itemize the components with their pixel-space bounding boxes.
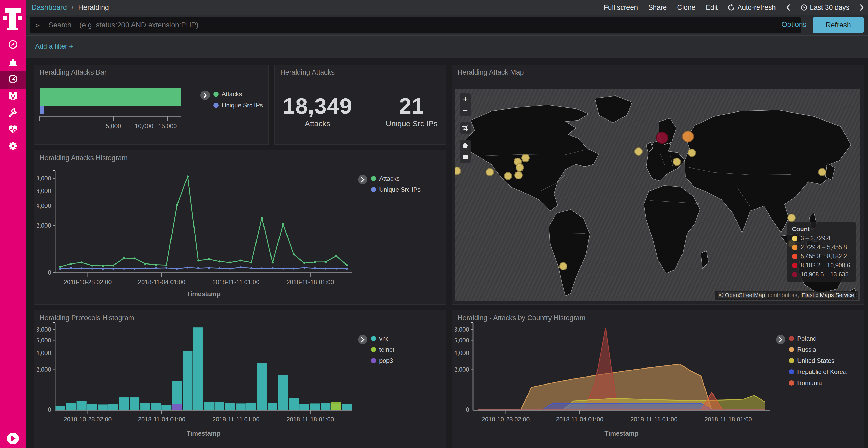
legend-toggle[interactable] [358, 335, 367, 344]
map-legend-item: 10,908.6 – 13,635 [792, 271, 850, 278]
sidebar-item-devtools[interactable] [0, 108, 26, 118]
t-mobile-logo[interactable] [4, 8, 22, 29]
time-range-next-button[interactable] [860, 4, 864, 11]
sidebar-item-monitoring[interactable] [0, 124, 26, 135]
svg-text:Timestamp: Timestamp [187, 290, 221, 298]
svg-text:0: 0 [48, 407, 51, 413]
map-point [521, 154, 530, 162]
legend-item[interactable]: Unique Src IPs [371, 186, 421, 193]
svg-text:2018-11-11 01:00: 2018-11-11 01:00 [212, 279, 259, 285]
legend-label: Unique Src IPs [222, 102, 263, 109]
legend-item[interactable]: Poland [789, 335, 846, 342]
legend-item[interactable]: Republic of Korea [789, 368, 846, 376]
country-histogram-chart: 02,0004,0006,0008,0002018-10-28 02:00201… [455, 318, 775, 448]
time-range-prev-button[interactable] [786, 4, 790, 11]
chevron-right-icon [361, 177, 365, 182]
legend-toggle[interactable] [200, 91, 210, 100]
clone-button[interactable]: Clone [677, 4, 695, 12]
map-legend-label: 5,455.8 – 8,182.2 [801, 253, 847, 260]
chevron-right-icon [203, 92, 208, 98]
legend-item[interactable]: Romania [789, 379, 846, 387]
country-histogram-legend: PolandRussiaUnited StatesRepublic of Kor… [776, 335, 846, 387]
map-legend-label: 8,182.2 – 10,908.6 [801, 262, 850, 269]
svg-text:8,000: 8,000 [37, 326, 51, 333]
legend-item[interactable]: pop3 [371, 357, 395, 365]
edit-button[interactable]: Edit [706, 4, 718, 12]
rectangle-icon [462, 154, 468, 160]
sidebar-item-visualize[interactable] [0, 57, 26, 67]
add-filter-link[interactable]: Add a filter + [35, 42, 73, 50]
svg-text:4,000: 4,000 [455, 350, 469, 356]
map-legend-dot [792, 236, 798, 241]
draw-polygon-button[interactable] [460, 140, 471, 151]
legend-toggle[interactable] [358, 175, 367, 184]
crop-fit-button[interactable] [460, 122, 471, 134]
play-icon [11, 436, 16, 441]
search-box: >_ [30, 17, 801, 33]
svg-text:2,000: 2,000 [455, 366, 469, 373]
time-range-button[interactable]: Last 30 days [801, 4, 849, 12]
chevron-right-icon [860, 4, 864, 11]
svg-text:0: 0 [48, 269, 51, 276]
full-screen-button[interactable]: Full screen [604, 4, 638, 12]
panel-attacks-histogram: Heralding Attacks Histogram 02,0004,0006… [34, 150, 446, 305]
map-point [787, 214, 796, 222]
sidebar-item-dashboard[interactable] [0, 74, 26, 84]
svg-text:4,000: 4,000 [37, 203, 51, 209]
map-legend-item: 8,182.2 – 10,908.6 [792, 262, 850, 269]
legend-label: vnc [379, 335, 389, 342]
svg-text:4,000: 4,000 [37, 350, 51, 356]
legend-item[interactable]: United States [789, 357, 846, 365]
map-point [486, 168, 494, 176]
legend-item[interactable]: Attacks [213, 91, 263, 98]
gauge-icon [8, 74, 18, 84]
osm-attribution-link[interactable]: © OpenStreetMap [718, 292, 766, 298]
share-button[interactable]: Share [648, 4, 667, 12]
svg-text:6,000: 6,000 [37, 337, 51, 344]
breadcrumb-dashboard-link[interactable]: Dashboard [32, 3, 67, 11]
map-legend-item: 2,729.4 – 5,455.8 [792, 244, 850, 251]
map-point [818, 168, 827, 176]
draw-rectangle-button[interactable] [460, 151, 471, 163]
legend-item[interactable]: vnc [371, 335, 395, 342]
kibana-dashboard: Dashboard / Heralding Full screen Share … [0, 0, 868, 448]
legend-color-dot [213, 92, 219, 97]
attacks-bar-legend: AttacksUnique Src IPs [200, 91, 263, 109]
bar-chart-icon [8, 57, 18, 67]
map-legend-item: 5,455.8 – 8,182.2 [792, 253, 850, 260]
sidebar-item-tpot[interactable] [0, 91, 26, 102]
collapse-sidebar-button[interactable] [7, 433, 19, 444]
sidebar-item-management[interactable] [0, 141, 26, 151]
legend-item[interactable]: telnet [371, 346, 395, 353]
legend-label: Republic of Korea [797, 368, 846, 376]
legend-color-dot [371, 358, 376, 364]
refresh-button[interactable]: Refresh [813, 17, 864, 33]
panel-attack-map: Heralding Attack Map [452, 65, 864, 305]
zoom-in-button[interactable]: + [460, 94, 471, 105]
legend-color-dot [789, 347, 794, 352]
breadcrumb-current: Heralding [78, 3, 109, 11]
svg-text:Timestamp: Timestamp [187, 430, 221, 437]
svg-text:8,000: 8,000 [37, 175, 51, 182]
legend-toggle[interactable] [776, 335, 785, 344]
bear-icon [7, 91, 18, 102]
world-map[interactable]: + − [456, 89, 860, 301]
sidebar-item-discover[interactable] [0, 39, 26, 50]
svg-text:2018-11-18 01:00: 2018-11-18 01:00 [705, 416, 752, 423]
query-bar: >_ Options Refresh [26, 15, 868, 35]
legend-item[interactable]: Unique Src IPs [213, 102, 263, 109]
attacks-bar-chart: 5,00010,00015,000 [37, 80, 197, 139]
auto-refresh-button[interactable]: Auto-refresh [728, 4, 776, 12]
search-input[interactable] [48, 21, 801, 29]
options-link[interactable]: Options [782, 21, 807, 29]
elastic-maps-service-link[interactable]: Elastic Maps Service [801, 292, 855, 298]
legend-item[interactable]: Russia [789, 346, 846, 353]
map-legend-label: 3 – 2,729.4 [801, 235, 830, 242]
map-point [559, 262, 567, 271]
legend-label: pop3 [379, 357, 393, 365]
legend-color-dot [371, 187, 376, 192]
svg-text:15,000: 15,000 [158, 123, 177, 130]
zoom-out-button[interactable]: − [460, 105, 471, 116]
legend-item[interactable]: Attacks [371, 175, 421, 182]
svg-text:5,000: 5,000 [106, 123, 121, 130]
